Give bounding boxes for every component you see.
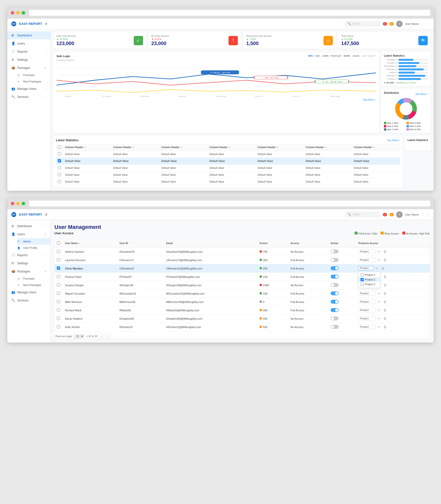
edit-icon-6[interactable]: ✏ (377, 291, 381, 296)
select-all-1[interactable] (58, 145, 61, 149)
sidebar-item-dashboard-2[interactable]: ⊞ Dashboard › (7, 222, 50, 230)
delete-icon-10[interactable]: 🗑 (382, 325, 388, 329)
prev-page-btn[interactable]: ‹ (99, 334, 104, 339)
user-name-filter[interactable]: ▼ (79, 242, 81, 245)
filter-icon-7[interactable]: ▼ (373, 146, 375, 149)
row-check-1d[interactable] (58, 173, 61, 176)
user-check-1[interactable] (57, 250, 60, 253)
sidebar-item-purchase-1[interactable]: 🛒 Purchase (17, 72, 50, 78)
sidebar-item-packages-1[interactable]: 📦 Packages ∨ (7, 64, 50, 72)
user-check-8[interactable] (57, 308, 60, 312)
user-check-4[interactable] (57, 275, 60, 278)
sidebar-item-users-2[interactable]: 👤 Users ∨ (7, 230, 50, 238)
user-check-9[interactable] (57, 317, 60, 320)
toggle-4[interactable] (331, 275, 339, 279)
toggle-2[interactable] (331, 258, 339, 262)
product-select-6[interactable]: ProductProduct 1Product 2Product 3 (358, 291, 376, 296)
row-check-1a[interactable] (58, 152, 61, 156)
delete-icon-8[interactable]: 🗑 (382, 308, 388, 313)
delete-icon-1[interactable]: 🗑 (382, 249, 388, 254)
sidebar-item-users-1[interactable]: 👤 Users › (7, 39, 50, 47)
hamburger-menu-1[interactable]: ≡ (45, 22, 47, 26)
sidebar-item-settings-1[interactable]: ⚙ Settings › (7, 56, 50, 64)
delete-icon-6[interactable]: 🗑 (382, 291, 388, 296)
sidebar-item-dashboard-1[interactable]: ⊞ Dashboard › (7, 31, 50, 39)
sidebar-item-purchase-2[interactable]: 🛒 Purchase (17, 275, 50, 282)
filter-icon-6[interactable]: ▼ (325, 146, 327, 149)
product-option-3-3[interactable]: Product 3 (359, 282, 380, 287)
notif-badge-red-1[interactable]: 1 (383, 22, 387, 26)
user-check-7[interactable] (57, 300, 60, 303)
user-check-2[interactable] (57, 258, 60, 261)
product-select-10[interactable]: ProductProduct 1Product 2Product 3 (358, 325, 376, 329)
toggle-1[interactable] (331, 250, 339, 253)
minimize-btn-2[interactable] (16, 202, 20, 205)
filter-icon-2[interactable]: ▼ (132, 146, 134, 149)
notif-badge-orange-2[interactable]: 2 (390, 213, 394, 216)
notif-badge-orange-1[interactable]: 2 (390, 22, 394, 26)
filter-icon-4[interactable]: ▼ (228, 146, 230, 149)
rows-per-page-select[interactable]: 102550 (74, 334, 84, 338)
edit-icon-2[interactable]: ✏ (377, 258, 381, 262)
edit-icon-8[interactable]: ✏ (377, 308, 381, 313)
delete-icon-7[interactable]: 🗑 (382, 299, 388, 304)
product-select-9[interactable]: ProductProduct 1Product 2Product 3 (358, 316, 376, 321)
user-check-3[interactable] (57, 267, 60, 270)
filter-icon-5[interactable]: ▼ (277, 146, 279, 149)
toggle-8[interactable] (331, 308, 339, 312)
toggle-10[interactable] (331, 325, 339, 329)
search-bar-2[interactable]: 🔍 Search (345, 212, 380, 217)
sidebar-item-manage-users-2[interactable]: 👥 Manage Users › (7, 288, 50, 296)
avatar-2[interactable]: U (396, 211, 403, 218)
user-check-10[interactable] (57, 325, 60, 328)
filter-icon-1[interactable]: ▼ (84, 146, 86, 149)
edit-icon-10[interactable]: ✏ (377, 325, 381, 329)
next-page-btn[interactable]: › (106, 334, 111, 339)
sidebar-item-packages-2[interactable]: 📦 Packages ∨ (7, 267, 50, 275)
product-select-2[interactable]: ProductProduct 1Product 2Product 3 (358, 258, 376, 262)
url-bar-1[interactable] (29, 10, 430, 16)
user-check-5[interactable] (57, 283, 60, 286)
select-all-users[interactable] (57, 241, 60, 245)
more-icon-1[interactable]: ⋮ (421, 22, 424, 26)
product-option-2-3[interactable]: Product 2 (359, 277, 380, 282)
row-check-1b[interactable] (58, 159, 61, 162)
close-btn-1[interactable] (11, 11, 14, 15)
minimize-btn-1[interactable] (16, 11, 20, 15)
toggle-3[interactable] (331, 266, 339, 270)
product-select-1[interactable]: ProductProduct 1Product 2Product 3 (358, 250, 376, 254)
product-select-8[interactable]: ProductProduct 1Product 2Product 3 (358, 308, 376, 312)
avatar-1[interactable]: U (396, 21, 403, 27)
maximize-btn-1[interactable] (22, 11, 25, 15)
toggle-5[interactable] (331, 283, 339, 287)
edit-icon-7[interactable]: ✏ (377, 299, 381, 304)
toggle-6[interactable] (331, 291, 339, 295)
see-more-chart-1[interactable]: See More > (56, 98, 376, 101)
search-bar-1[interactable]: 🔍 Search (345, 21, 380, 26)
edit-icon-3[interactable]: ✏ (375, 266, 379, 271)
sidebar-item-new-packages-1[interactable]: ✦ New Packages (17, 78, 50, 85)
sidebar-item-reports-2[interactable]: 📄 Reports › (7, 251, 50, 259)
sidebar-item-manage-users-1[interactable]: 👥 Manage Users › (7, 85, 50, 93)
sidebar-item-reports-1[interactable]: 📄 Reports › (7, 47, 50, 56)
sidebar-item-user-profile-2[interactable]: 👤 User Profile (17, 245, 50, 251)
see-more-distribution-1[interactable]: See More > (415, 93, 428, 95)
filter-icon-3[interactable]: ▼ (180, 146, 182, 149)
row-check-1c[interactable] (58, 166, 61, 169)
url-bar-2[interactable] (29, 201, 430, 206)
logout-icon-1[interactable]: → (427, 22, 430, 26)
edit-icon-9[interactable]: ✏ (377, 316, 381, 321)
toggle-9[interactable] (331, 316, 339, 320)
close-btn-2[interactable] (11, 202, 14, 205)
hamburger-menu-2[interactable]: ≡ (45, 212, 47, 217)
sidebar-item-services-1[interactable]: 🔧 Services › (7, 93, 50, 101)
logout-icon-2[interactable]: → (427, 213, 430, 216)
sidebar-item-services-2[interactable]: 🔧 Services › (7, 296, 50, 304)
maximize-btn-2[interactable] (22, 202, 25, 205)
row-check-1e[interactable] (58, 180, 61, 183)
sidebar-item-settings-2[interactable]: ⚙ Settings › (7, 259, 50, 267)
more-icon-2[interactable]: ⋮ (421, 213, 424, 216)
delete-icon-2[interactable]: 🗑 (382, 258, 388, 262)
product-option-1-3[interactable]: Product 1 (359, 273, 380, 277)
delete-icon-5[interactable]: 🗑 (382, 283, 388, 287)
